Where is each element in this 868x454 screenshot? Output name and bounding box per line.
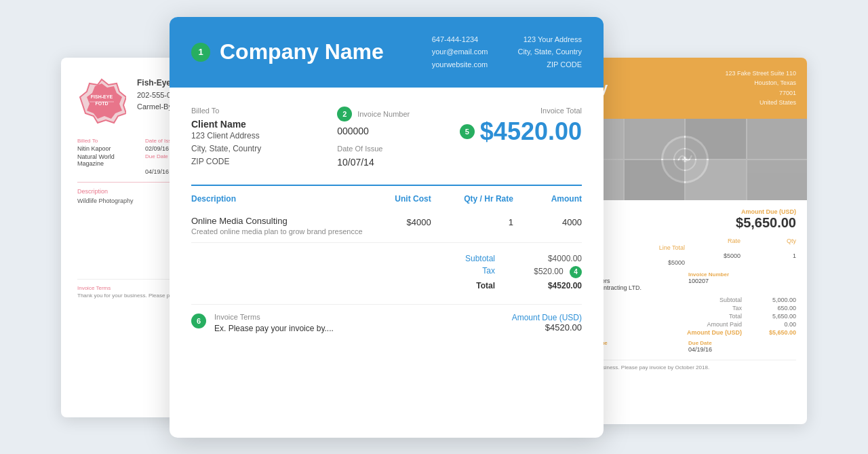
right-table-header: Rate Qty Line Total: [574, 238, 796, 251]
client-address1: 123 Client Address: [191, 130, 332, 143]
center-header-right: 647-444-1234 your@email.com yourwebsite.…: [432, 33, 582, 71]
step-1-badge: 1: [191, 43, 210, 62]
right-invoice-number: 100207: [688, 278, 796, 284]
right-amount-due-row: Amount Due (USD) $5,650.00: [574, 329, 796, 336]
right-invoice-number-section: Invoice Number 100207: [688, 271, 796, 291]
photo-cell: [686, 119, 746, 159]
left-client-company: Natural World Magazine: [77, 153, 140, 167]
tax-value: $520.00 4: [528, 266, 582, 278]
center-website: yourwebsite.com: [432, 58, 488, 71]
right-due-value: 04/19/16: [688, 346, 796, 353]
right-terms: ...or your business. Please pay invoice …: [574, 360, 796, 371]
center-zip: ZIP CODE: [517, 58, 582, 71]
billing-section: Billed To Client Name 123 Client Address…: [191, 107, 332, 169]
center-address2: City, State, Country: [517, 45, 582, 58]
tax-label: Tax: [441, 266, 495, 278]
invoice-total-amount: 5 $4520.00: [460, 117, 582, 146]
table-divider: [191, 185, 582, 186]
terms-amount-due: Amount Due (USD) $4520.00: [512, 313, 582, 333]
right-addr3: 77001: [725, 88, 796, 98]
terms-amount-value: $4520.00: [512, 322, 582, 333]
subtotal-value: $4000.00: [528, 254, 582, 263]
right-subtotal-label: Subtotal: [719, 297, 742, 303]
logo-badge: FISH-EYE FOTD: [77, 77, 126, 126]
center-contact: 647-444-1234 your@email.com yourwebsite.…: [432, 33, 488, 71]
right-tax-label: Tax: [732, 305, 742, 311]
invoice-total-label: Invoice Total: [460, 107, 582, 115]
total-row: Total $4520.00: [441, 281, 582, 290]
right-info-grid: Billed To Rick Sanders Garden Contractin…: [574, 271, 796, 291]
right-header-content: ency 123 Fake Street Suite 110 Houston, …: [574, 69, 796, 108]
client-address: 123 Client Address City, State, Country …: [191, 130, 332, 169]
center-totals: Subtotal $4000.00 Tax $520.00 4 Total $4…: [191, 254, 582, 290]
photo-cell: [625, 119, 685, 159]
center-address1: 123 Your Address: [517, 33, 582, 46]
right-due-section: Due Date 04/19/16: [688, 340, 796, 353]
right-subtotal-value: 5,000.00: [755, 297, 796, 303]
right-totals: Subtotal 5,000.00 Tax 650.00 Total 5,650…: [574, 297, 796, 336]
item-cost: $4000: [363, 216, 431, 235]
invoice-total-value: $4520.00: [480, 117, 582, 146]
terms-title: Invoice Terms: [214, 313, 334, 321]
right-amount-due-label: Amount Due (USD): [687, 329, 742, 336]
center-body: Billed To Client Name 123 Client Address…: [170, 88, 604, 353]
photo-cell: [747, 119, 808, 159]
right-total-value: 5,650.00: [755, 313, 796, 320]
right-amount-paid-value: 0.00: [755, 321, 796, 328]
th-qty: Qty / Hr Rate: [431, 194, 513, 204]
photo-cell: [625, 160, 685, 200]
th-description: Description: [191, 194, 363, 204]
right-addr2: Houston, Texas: [725, 78, 796, 88]
right-amount-due-value: $5,650.00: [755, 329, 796, 336]
photo-cell: [686, 160, 746, 200]
item-desc: Created online media plan to grow brand …: [191, 227, 363, 235]
center-phone: 647-444-1234: [432, 33, 488, 46]
center-invoice-terms: 6 Invoice Terms Ex. Please pay your invo…: [191, 304, 582, 333]
date-value: 10/07/14: [337, 157, 454, 168]
client-name: Client Name: [191, 119, 332, 130]
right-row-qty: 1: [741, 252, 796, 259]
terms-content: Invoice Terms Ex. Please pay your invoic…: [214, 313, 334, 333]
right-tax-value: 650.00: [755, 305, 796, 311]
right-amount-col: Amount Due (USD) $5,650.00: [736, 208, 796, 231]
invoice-number-section-label: 2 Invoice Number: [337, 107, 454, 121]
terms-text: Ex. Please pay your invoice by....: [214, 324, 334, 333]
billed-to-label: Billed To: [191, 107, 332, 115]
date-label: Date Of Issue: [337, 145, 454, 153]
center-table-row-0: Online Media Consulting Created online m…: [191, 209, 582, 243]
right-amount-paid-label: Amount Paid: [707, 321, 742, 328]
center-header-left: 1 Company Name: [191, 39, 384, 64]
step-4-badge: 4: [570, 266, 582, 278]
center-email: your@email.com: [432, 45, 488, 58]
th-unit-cost: Unit Cost: [363, 194, 431, 204]
right-subtotal-row: Subtotal 5,000.00: [574, 297, 796, 303]
tax-row: Tax $520.00 4: [441, 266, 582, 278]
total-value: $4520.00: [528, 281, 582, 290]
item-amount: 4000: [513, 216, 582, 235]
right-total-row: Total 5,650.00: [574, 313, 796, 320]
right-addr1: 123 Fake Street Suite 110: [725, 69, 796, 78]
right-th-qty: Qty: [741, 238, 796, 244]
center-address: 123 Your Address City, State, Country ZI…: [517, 33, 582, 71]
right-table-row: Coding $5000 1 $5000: [574, 252, 796, 266]
step-2-badge: 2: [337, 107, 352, 121]
invoice-number-value: 000000: [337, 126, 454, 136]
subtotal-row: Subtotal $4000.00: [441, 254, 582, 263]
left-billed-label: Billed To: [77, 138, 140, 144]
center-billing-row: Billed To Client Name 123 Client Address…: [191, 107, 582, 169]
total-label: Total: [441, 281, 495, 290]
right-total-label: Total: [729, 313, 742, 320]
item-qty: 1: [431, 216, 513, 235]
right-th-rate: Rate: [685, 238, 741, 244]
center-header: 1 Company Name 647-444-1234 your@email.c…: [170, 17, 604, 88]
left-th-desc: Description: [77, 188, 176, 195]
subtotal-label: Subtotal: [441, 254, 495, 263]
right-amount-paid-row: Amount Paid 0.00: [574, 321, 796, 328]
client-zip: ZIP CODE: [191, 155, 332, 168]
right-terms-text: ...or your business. Please pay invoice …: [574, 364, 796, 371]
svg-text:FISH-EYE: FISH-EYE: [91, 94, 113, 99]
right-tax-row: Tax 650.00: [574, 305, 796, 311]
left-client-name: Nitin Kapoor: [77, 145, 140, 152]
client-address2: City, State, Country: [191, 143, 332, 155]
item-cell: Online Media Consulting Created online m…: [191, 216, 363, 235]
